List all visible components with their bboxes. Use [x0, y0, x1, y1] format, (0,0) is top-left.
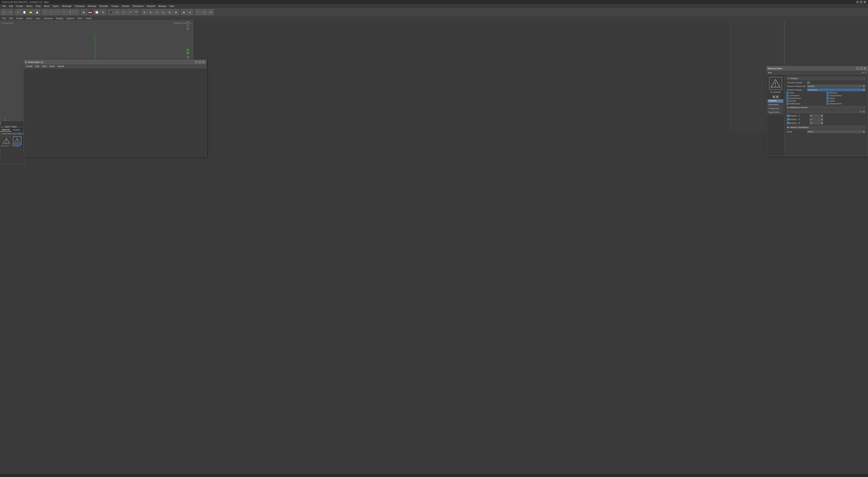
rotation-p-down[interactable]: ▼: [821, 120, 823, 121]
tool1[interactable]: ⊕: [141, 9, 147, 15]
add-cylinder[interactable]: ⬡: [121, 9, 127, 15]
bump-checkbox[interactable]: [827, 97, 829, 99]
rotate-tool[interactable]: ↻: [55, 9, 61, 15]
node-editor-close[interactable]: ✕: [202, 61, 205, 64]
tab-viewport[interactable]: Viewport: [767, 99, 783, 103]
menu-animate[interactable]: Animate: [86, 4, 97, 8]
mat-nav-fwd[interactable]: ▶: [770, 71, 772, 74]
rotation-b-checkbox[interactable]: ✓: [787, 122, 789, 124]
vp-cameras[interactable]: Cameras: [42, 16, 54, 20]
ne-create[interactable]: Create: [25, 65, 34, 68]
scale-tool[interactable]: +: [49, 9, 54, 15]
z-axis-button[interactable]: Z: [73, 9, 79, 15]
menu-edit[interactable]: Edit: [8, 4, 14, 8]
node-editor-minimize[interactable]: ─: [195, 61, 198, 64]
vp-display[interactable]: Display: [55, 16, 65, 20]
x-axis-button[interactable]: X: [61, 9, 67, 15]
transparency-checkbox[interactable]: [827, 94, 829, 97]
add-light[interactable]: ☀: [127, 9, 133, 15]
add-cube[interactable]: ⬛: [108, 9, 114, 15]
viewport-display-dropdown[interactable]: Combined ▼: [807, 88, 866, 91]
mat-maximize[interactable]: ⊞: [862, 71, 864, 74]
redo-button[interactable]: ↪: [7, 9, 13, 15]
tool4[interactable]: ◎: [160, 9, 166, 15]
alpha-checkbox[interactable]: [827, 100, 829, 102]
menu-window[interactable]: Window: [157, 4, 168, 8]
menu-tracker[interactable]: Tracker: [110, 4, 120, 8]
mat-editor-maximize[interactable]: □: [860, 67, 863, 70]
tool5[interactable]: ⊞: [166, 9, 173, 15]
texture-preview-dropdown[interactable]: Default ▼: [807, 85, 866, 88]
menu-create[interactable]: Create: [15, 4, 24, 8]
instance-button[interactable]: ◈: [187, 9, 193, 15]
ref-review-btn1[interactable]: +: [859, 110, 862, 113]
rotation-p-checkbox[interactable]: ✓: [787, 118, 789, 121]
mat-edit[interactable]: Edit: [8, 133, 11, 135]
add-camera[interactable]: 📷: [133, 9, 139, 15]
tag-button[interactable]: 🏷: [208, 9, 214, 15]
vp-edit[interactable]: Edit: [8, 16, 14, 20]
y-axis-button[interactable]: Y: [67, 9, 73, 15]
mat-view[interactable]: View: [12, 133, 16, 135]
menu-mograph[interactable]: MoGraph: [61, 4, 73, 8]
menu-simulate[interactable]: Simulate: [98, 4, 110, 8]
open-button[interactable]: 📂: [28, 9, 34, 15]
material-item-2[interactable]: CS (YellowI...: [12, 136, 22, 147]
menu-character[interactable]: Character: [73, 4, 86, 8]
tab-materials[interactable]: Materials: [0, 128, 11, 132]
ne-node[interactable]: Node: [49, 65, 56, 68]
mat-select[interactable]: Select: [17, 133, 22, 135]
maximize-button[interactable]: □: [860, 1, 863, 3]
mat-editor-minimize[interactable]: ─: [856, 67, 859, 70]
vp-view[interactable]: View: [34, 16, 42, 20]
color-checkbox[interactable]: [786, 92, 789, 94]
material-item-1[interactable]: RS Car Pai...: [1, 136, 11, 147]
tool6[interactable]: ⊠: [173, 9, 179, 15]
menu-mesh[interactable]: Mesh: [43, 4, 51, 8]
tab-node-editor[interactable]: Node Editor...: [767, 111, 783, 114]
environment-checkbox[interactable]: [786, 97, 789, 99]
mat-nav-back[interactable]: ◀: [768, 71, 770, 74]
nav-icon-2[interactable]: ✕: [186, 24, 189, 27]
animate-preview-checkbox[interactable]: [807, 81, 810, 84]
effector-button[interactable]: ⌬: [202, 9, 207, 15]
new-scene-button[interactable]: 📄: [22, 9, 27, 15]
render-preview[interactable]: ▶: [81, 9, 87, 15]
rotation-b-down[interactable]: ▼: [821, 123, 823, 125]
add-sphere[interactable]: ●: [114, 9, 120, 15]
render-region[interactable]: ⬜: [94, 9, 100, 15]
ne-assets[interactable]: Assets: [57, 65, 66, 68]
render-button[interactable]: ▶▶: [88, 9, 93, 15]
mat-editor-close[interactable]: ✕: [863, 67, 866, 70]
mat-btn-left[interactable]: ◀: [772, 95, 775, 98]
nav-icon-3[interactable]: ⊞: [186, 27, 189, 30]
menu-file[interactable]: File: [1, 4, 7, 8]
minimize-button[interactable]: ─: [856, 1, 859, 3]
close-button[interactable]: ✕: [864, 1, 866, 3]
vp-filter[interactable]: Filter: [76, 16, 84, 20]
tessellation-section-header[interactable]: ▶ Viewport Tessellation: [786, 126, 866, 129]
save-button[interactable]: 💾: [34, 9, 40, 15]
viewport-section-header[interactable]: ▼ Viewport: [786, 76, 866, 80]
boole-button[interactable]: ◉: [181, 9, 187, 15]
displacement-checkbox[interactable]: [827, 103, 829, 105]
vp-panel[interactable]: Panel: [84, 16, 93, 20]
tab-illumination[interactable]: Illumination: [767, 103, 783, 107]
rotation-h-down[interactable]: ▼: [821, 116, 823, 117]
deformer-button[interactable]: ⌗: [195, 9, 201, 15]
undo-button[interactable]: ↩: [1, 9, 7, 15]
menu-redshift[interactable]: Redshift: [145, 4, 156, 8]
diffusion-checkbox[interactable]: [827, 92, 829, 94]
nav-icon-1[interactable]: ⊕: [186, 21, 189, 24]
object-mode-button[interactable]: ⬡: [15, 9, 21, 15]
ref-review-btn2[interactable]: ⊞: [862, 110, 865, 113]
vp-select[interactable]: Select: [25, 16, 34, 20]
node-editor-maximize[interactable]: □: [198, 61, 202, 64]
ne-view[interactable]: View: [41, 65, 48, 68]
reflectance-checkbox[interactable]: [786, 103, 789, 105]
tessellation-mode-dropdown[interactable]: None ▼: [807, 130, 866, 133]
tool3[interactable]: ⊘: [154, 9, 160, 15]
tab-assignment[interactable]: Assignment: [767, 107, 783, 110]
mat-btn-right[interactable]: ▶: [776, 95, 779, 98]
menu-select[interactable]: Select: [25, 4, 34, 8]
